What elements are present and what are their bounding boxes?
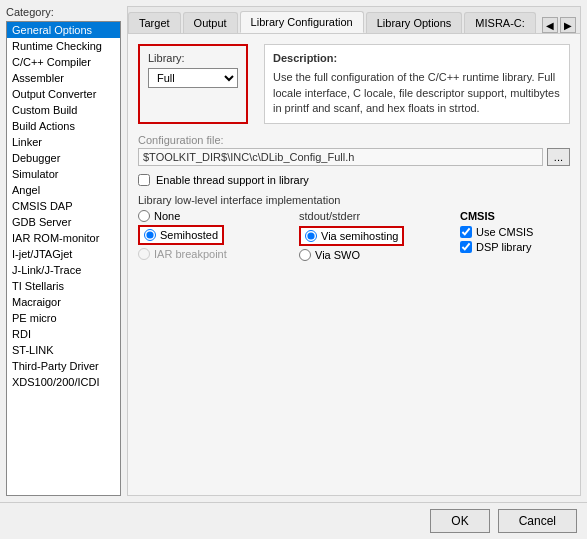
sidebar-item-linker[interactable]: Linker [7,134,120,150]
dsp-library-label: DSP library [476,241,531,253]
tab-scroll-right[interactable]: ▶ [560,17,576,33]
config-file-row: ... [138,148,570,166]
sidebar-item-macraigor[interactable]: Macraigor [7,294,120,310]
via-semihosting-label: Via semihosting [321,230,398,242]
none-label: None [154,210,180,222]
iar-breakpoint-radio[interactable] [138,248,150,260]
via-swo-radio[interactable] [299,249,311,261]
sidebar-item-i-jet-jtagjet[interactable]: I-jet/JTAGjet [7,246,120,262]
tab-library-configuration[interactable]: Library Configuration [240,11,364,33]
via-semihosting-radio[interactable] [305,230,317,242]
sidebar-item-j-link-j-trace[interactable]: J-Link/J-Trace [7,262,120,278]
interface-left-col: None Semihosted IAR breakpoint [138,210,283,264]
sidebar-item-cmsis-dap[interactable]: CMSIS DAP [7,198,120,214]
interface-row: None Semihosted IAR breakpoint [138,210,570,264]
config-file-label: Configuration file: [138,134,570,146]
category-label: Category: [6,6,121,18]
library-select-section: Library: Full Normal Custom [138,44,248,124]
library-dropdown[interactable]: Full Normal Custom [148,68,238,88]
description-text: Use the full configuration of the C/C++ … [273,70,561,116]
interface-section: Library low-level interface implementati… [138,194,570,264]
library-select-wrap: Full Normal Custom [148,68,238,88]
tab-output[interactable]: Output [183,12,238,33]
use-cmsis-row: Use CMSIS [460,226,570,238]
sidebar-item-angel[interactable]: Angel [7,182,120,198]
iar-breakpoint-radio-row: IAR breakpoint [138,248,283,260]
sidebar-item-build-actions[interactable]: Build Actions [7,118,120,134]
ok-button[interactable]: OK [430,509,489,533]
sidebar-item-third-party-driver[interactable]: Third-Party Driver [7,358,120,374]
stdout-col: stdout/stderr Via semihosting Via SWO [299,210,444,264]
sidebar-list: General OptionsRuntime CheckingC/C++ Com… [6,21,121,496]
sidebar-item-output-converter[interactable]: Output Converter [7,86,120,102]
sidebar-item-custom-build[interactable]: Custom Build [7,102,120,118]
thread-support-row: Enable thread support in library [138,174,570,186]
none-radio-row: None [138,210,283,222]
none-radio[interactable] [138,210,150,222]
cmsis-col: CMSIS Use CMSIS DSP library [460,210,570,264]
sidebar-item-assembler[interactable]: Assembler [7,70,120,86]
cmsis-title: CMSIS [460,210,570,222]
tab-scroll-controls: ◀ ▶ [542,17,580,33]
description-section: Description: Use the full configuration … [264,44,570,124]
sidebar-item-ti-stellaris[interactable]: TI Stellaris [7,278,120,294]
via-semihosting-radio-row: Via semihosting [299,226,404,246]
sidebar-item-debugger[interactable]: Debugger [7,150,120,166]
use-cmsis-label: Use CMSIS [476,226,533,238]
via-swo-label: Via SWO [315,249,360,261]
tab-target[interactable]: Target [128,12,181,33]
dsp-library-checkbox[interactable] [460,241,472,253]
use-cmsis-checkbox[interactable] [460,226,472,238]
library-label: Library: [148,52,238,64]
sidebar-item-st-link[interactable]: ST-LINK [7,342,120,358]
library-row: Library: Full Normal Custom Description:… [138,44,570,124]
main-panel: Target Output Library Configuration Libr… [127,6,581,496]
sidebar-item-iar-rom-monitor[interactable]: IAR ROM-monitor [7,230,120,246]
tab-misra-c[interactable]: MISRA-C: [464,12,536,33]
dsp-library-row: DSP library [460,241,570,253]
thread-support-checkbox[interactable] [138,174,150,186]
tab-scroll-left[interactable]: ◀ [542,17,558,33]
sidebar-item-gdb-server[interactable]: GDB Server [7,214,120,230]
semihosted-radio[interactable] [144,229,156,241]
description-title: Description: [273,51,561,66]
cancel-button[interactable]: Cancel [498,509,577,533]
tab-library-options[interactable]: Library Options [366,12,463,33]
sidebar-item-general-options[interactable]: General Options [7,22,120,38]
dialog-footer: OK Cancel [0,502,587,539]
browse-button[interactable]: ... [547,148,570,166]
stdout-title: stdout/stderr [299,210,444,222]
sidebar-item-rdi[interactable]: RDI [7,326,120,342]
config-file-section: Configuration file: ... [138,134,570,166]
iar-breakpoint-label: IAR breakpoint [154,248,227,260]
sidebar-item-xds100[interactable]: XDS100/200/ICDI [7,374,120,390]
sidebar: Category: General OptionsRuntime Checkin… [6,6,121,496]
via-swo-radio-row: Via SWO [299,249,444,261]
tabs-bar: Target Output Library Configuration Libr… [128,7,580,34]
sidebar-item-simulator[interactable]: Simulator [7,166,120,182]
tab-content-library-config: Library: Full Normal Custom Description:… [128,34,580,495]
config-file-input[interactable] [138,148,543,166]
sidebar-item-c-cpp-compiler[interactable]: C/C++ Compiler [7,54,120,70]
interface-title: Library low-level interface implementati… [138,194,570,206]
semihosted-radio-row: Semihosted [138,225,224,245]
sidebar-item-runtime-checking[interactable]: Runtime Checking [7,38,120,54]
semihosted-label: Semihosted [160,229,218,241]
thread-support-label: Enable thread support in library [156,174,309,186]
sidebar-item-pe-micro[interactable]: PE micro [7,310,120,326]
dialog: Category: General OptionsRuntime Checkin… [0,0,587,539]
